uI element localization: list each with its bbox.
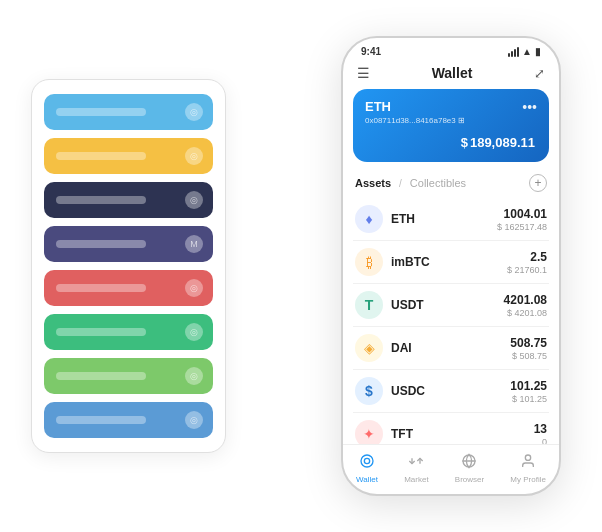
nav-icon-market (408, 453, 424, 473)
asset-left-dai: ◈ DAI (355, 334, 412, 362)
eth-card-amount: $189,089.11 (365, 129, 537, 152)
nav-item-wallet[interactable]: Wallet (356, 453, 378, 484)
asset-amount-usdt: 4201.08 (504, 293, 547, 307)
asset-right-usdc: 101.25 $ 101.25 (510, 379, 547, 404)
asset-item-eth[interactable]: ♦ ETH 1004.01 $ 162517.48 (353, 198, 549, 241)
asset-name-usdc: USDC (391, 384, 425, 398)
nav-label-browser: Browser (455, 475, 484, 484)
card-item-7[interactable]: ◎ (44, 402, 213, 438)
nav-item-market[interactable]: Market (404, 453, 428, 484)
phone: 9:41 ▲ ▮ ☰ Wallet ⤢ ETH (341, 36, 561, 496)
status-time: 9:41 (361, 46, 381, 57)
card-item-0[interactable]: ◎ (44, 94, 213, 130)
assets-header: Assets / Collectibles + (343, 170, 559, 198)
nav-icon-wallet (359, 453, 375, 473)
asset-icon-dai: ◈ (355, 334, 383, 362)
asset-amount-usdc: 101.25 (510, 379, 547, 393)
card-item-label-5 (56, 328, 146, 336)
nav-label-wallet: Wallet (356, 475, 378, 484)
assets-tab-active[interactable]: Assets (355, 177, 391, 189)
card-item-5[interactable]: ◎ (44, 314, 213, 350)
status-icons: ▲ ▮ (508, 46, 541, 57)
card-item-icon-6: ◎ (185, 367, 203, 385)
svg-point-6 (525, 455, 530, 460)
asset-name-usdt: USDT (391, 298, 424, 312)
add-icon: + (534, 176, 541, 190)
asset-right-imbtc: 2.5 $ 21760.1 (507, 250, 547, 275)
assets-add-button[interactable]: + (529, 174, 547, 192)
asset-name-eth: ETH (391, 212, 415, 226)
bottom-nav: WalletMarketBrowserMy Profile (343, 444, 559, 494)
asset-amount-imbtc: 2.5 (507, 250, 547, 264)
asset-amount-eth: 1004.01 (497, 207, 547, 221)
asset-amount-dai: 508.75 (510, 336, 547, 350)
scene: ◎◎◎M◎◎◎◎ 9:41 ▲ ▮ ☰ Wallet ⤢ (11, 11, 591, 521)
card-item-2[interactable]: ◎ (44, 182, 213, 218)
eth-card[interactable]: ETH 0x08711d38...8416a78e3 ⊞ ••• $189,08… (353, 89, 549, 162)
asset-name-dai: DAI (391, 341, 412, 355)
asset-left-tft: ✦ TFT (355, 420, 413, 444)
eth-card-currency: $ (461, 135, 468, 150)
eth-card-top: ETH 0x08711d38...8416a78e3 ⊞ ••• (365, 99, 537, 125)
card-item-icon-0: ◎ (185, 103, 203, 121)
page-title: Wallet (432, 65, 473, 81)
asset-left-eth: ♦ ETH (355, 205, 415, 233)
asset-item-dai[interactable]: ◈ DAI 508.75 $ 508.75 (353, 327, 549, 370)
svg-point-0 (361, 455, 373, 467)
card-item-label-0 (56, 108, 146, 116)
asset-amount-tft: 13 (534, 422, 547, 436)
card-item-icon-2: ◎ (185, 191, 203, 209)
asset-right-dai: 508.75 $ 508.75 (510, 336, 547, 361)
menu-icon[interactable]: ☰ (357, 65, 370, 81)
asset-item-usdt[interactable]: T USDT 4201.08 $ 4201.08 (353, 284, 549, 327)
asset-item-imbtc[interactable]: ₿ imBTC 2.5 $ 21760.1 (353, 241, 549, 284)
signal-icon (508, 47, 519, 57)
asset-usd-eth: $ 162517.48 (497, 222, 547, 232)
card-item-icon-4: ◎ (185, 279, 203, 297)
card-item-label-4 (56, 284, 146, 292)
asset-left-imbtc: ₿ imBTC (355, 248, 430, 276)
asset-usd-tft: 0 (534, 437, 547, 445)
asset-list: ♦ ETH 1004.01 $ 162517.48 ₿ imBTC 2.5 $ … (343, 198, 559, 444)
asset-usd-imbtc: $ 21760.1 (507, 265, 547, 275)
card-item-icon-3: M (185, 235, 203, 253)
card-item-1[interactable]: ◎ (44, 138, 213, 174)
asset-usd-dai: $ 508.75 (510, 351, 547, 361)
eth-card-name: ETH (365, 99, 465, 114)
status-bar: 9:41 ▲ ▮ (343, 38, 559, 61)
asset-icon-usdt: T (355, 291, 383, 319)
assets-tab-collectibles[interactable]: Collectibles (410, 177, 466, 189)
asset-item-usdc[interactable]: $ USDC 101.25 $ 101.25 (353, 370, 549, 413)
nav-item-my-profile[interactable]: My Profile (510, 453, 546, 484)
asset-icon-imbtc: ₿ (355, 248, 383, 276)
svg-point-1 (364, 458, 369, 463)
card-item-label-3 (56, 240, 146, 248)
asset-left-usdt: T USDT (355, 291, 424, 319)
asset-left-usdc: $ USDC (355, 377, 425, 405)
nav-icon-my-profile (520, 453, 536, 473)
phone-header: ☰ Wallet ⤢ (343, 61, 559, 89)
asset-item-tft[interactable]: ✦ TFT 13 0 (353, 413, 549, 444)
eth-card-address: 0x08711d38...8416a78e3 ⊞ (365, 116, 465, 125)
nav-item-browser[interactable]: Browser (455, 453, 484, 484)
asset-right-usdt: 4201.08 $ 4201.08 (504, 293, 547, 318)
card-item-label-7 (56, 416, 146, 424)
card-item-6[interactable]: ◎ (44, 358, 213, 394)
asset-usd-usdt: $ 4201.08 (504, 308, 547, 318)
card-item-label-2 (56, 196, 146, 204)
card-item-label-6 (56, 372, 146, 380)
card-item-4[interactable]: ◎ (44, 270, 213, 306)
wifi-icon: ▲ (522, 46, 532, 57)
expand-icon[interactable]: ⤢ (534, 66, 545, 81)
asset-right-tft: 13 0 (534, 422, 547, 445)
asset-icon-eth: ♦ (355, 205, 383, 233)
card-item-3[interactable]: M (44, 226, 213, 262)
asset-name-imbtc: imBTC (391, 255, 430, 269)
eth-card-value: 189,089.11 (470, 135, 535, 150)
card-item-icon-5: ◎ (185, 323, 203, 341)
card-item-label-1 (56, 152, 146, 160)
eth-card-info: ETH 0x08711d38...8416a78e3 ⊞ (365, 99, 465, 125)
battery-icon: ▮ (535, 46, 541, 57)
eth-card-menu[interactable]: ••• (522, 99, 537, 115)
nav-icon-browser (461, 453, 477, 473)
